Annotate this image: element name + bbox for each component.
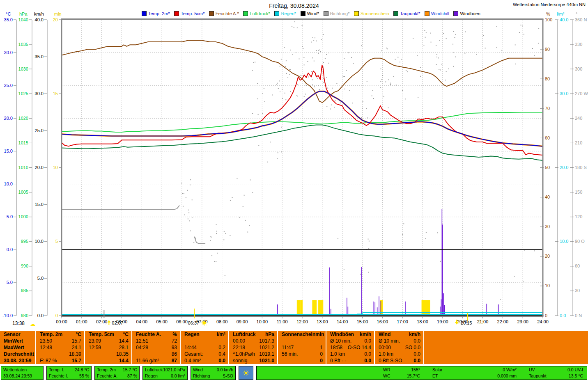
- tick-label: 20.0: [560, 165, 568, 170]
- x-tick-label: 24:00: [537, 319, 549, 324]
- stats-column-header: Temp. 2m°C: [36, 331, 84, 338]
- x-tick-label: 14:00: [337, 319, 348, 324]
- tick-label: 35.0: [35, 54, 44, 59]
- y-axis-l/m²: 40.030.020.010.00.0: [555, 17, 568, 318]
- sunrise-time: 06:37: [188, 320, 200, 325]
- tick-label: 1040: [18, 17, 28, 22]
- tick-label: 60: [545, 135, 550, 140]
- stats-column-header: Feuchte A.%: [132, 331, 180, 338]
- tick-label: 5: [55, 239, 58, 244]
- stats-filler: [424, 331, 588, 364]
- tick-label: 1030: [18, 66, 28, 71]
- stats-cell-row: 0 Bft - -0.0: [326, 357, 374, 364]
- tick-label: 0.0: [37, 313, 44, 318]
- x-tick-label: 22:00: [497, 319, 509, 324]
- tick-label: 100: [545, 17, 552, 22]
- stats-cell-row: 00:00SO 0.0: [375, 344, 423, 351]
- stats-cell-row: [278, 338, 326, 344]
- tick-label: 1020: [18, 116, 28, 121]
- tick-label: 5.0: [7, 214, 13, 219]
- stats-cell-row: F: 87 %15.7: [36, 357, 84, 364]
- stats-row-label: Sensor: [0, 331, 35, 338]
- status-box-2: Luftdruck1021.0 hPaRegen0.0 l/m²: [142, 366, 188, 380]
- y-axis-°C: 35.030.025.020.015.010.05.00.0-5.0-10.0: [2, 17, 16, 318]
- sun-icon: [201, 320, 207, 326]
- tick-label: 35.0: [4, 17, 13, 22]
- tick-label: 210: [575, 140, 582, 145]
- x-tick-label: 12:00: [296, 319, 308, 324]
- x-tick-label: 11:00: [277, 319, 288, 324]
- stats-column-header: Temp. 5cm°C: [85, 331, 131, 338]
- stats-column-header: Windkm/h: [375, 331, 423, 338]
- status-box-0: Temp. I.24.8 °CFeuchte I.55 %: [46, 366, 92, 380]
- tick-label: 30.0: [560, 91, 568, 96]
- up-arrow-icon: [107, 320, 110, 325]
- tick-label: 0: [55, 313, 58, 318]
- tick-label: 20.0: [35, 165, 44, 170]
- tick-label: 0 N: [575, 313, 582, 318]
- tick-label: 30: [545, 224, 550, 229]
- status-bar: Wetterdaten30.08.24 23:59Temp. I.24.8 °C…: [1, 366, 587, 380]
- daily-stats-table: SensorMinWertMaxWertDurchschnitt30.08. 2…: [0, 330, 588, 364]
- stats-row-label: Durchschnitt: [0, 351, 35, 357]
- tick-label: 30.0: [4, 50, 13, 55]
- tick-label: 985: [21, 288, 28, 293]
- series-richtung: [62, 206, 205, 244]
- x-tick-label: 16:00: [377, 319, 388, 324]
- tick-label: 15.0: [4, 149, 13, 153]
- stats-column-wind: Windkm/hØ 10 min.0.000:00SO 0.01.0 km0.0…: [375, 331, 424, 364]
- tick-label: -10.0: [2, 313, 13, 318]
- x-tick-label: 15:00: [357, 319, 368, 324]
- tick-label: 10: [545, 283, 550, 288]
- x-tick-label: 17:00: [397, 319, 408, 324]
- stats-cell-row: 18.39: [36, 351, 84, 357]
- tick-label: 20: [53, 17, 58, 22]
- wind-gust-spikes: [278, 209, 498, 315]
- stats-row-label: 30.08. 23:59: [0, 357, 35, 364]
- tick-label: 70: [545, 106, 550, 111]
- stats-cell-row: 1.0 km0.0: [326, 351, 374, 357]
- x-tick-label: 23:00: [517, 319, 528, 324]
- cloud-icon: ☁: [30, 320, 36, 327]
- x-tick-label: 01:00: [76, 319, 87, 324]
- stats-cell-row: Gesamt:0.4: [181, 351, 228, 357]
- tick-label: 1000: [18, 214, 28, 219]
- tick-label: 90: [545, 47, 550, 52]
- tick-label: 0.0: [7, 247, 13, 252]
- sunshine-bars: [297, 300, 430, 315]
- wind-direction-scatter: [181, 21, 539, 300]
- tick-label: 15.0: [35, 202, 44, 207]
- tick-label: 30: [575, 288, 580, 293]
- x-tick-label: 10:00: [257, 319, 268, 324]
- tick-label: 995: [21, 239, 28, 244]
- y-axis-°: 360 N330300270 W240210180 S15012090 O603…: [570, 17, 588, 318]
- sunset-time: 20:15: [461, 320, 472, 325]
- tick-label: 10.0: [35, 239, 44, 244]
- y-axis-km/h: 40.035.030.025.020.015.010.05.00.0: [35, 17, 47, 318]
- tick-label: 10.0: [4, 181, 13, 186]
- weather-symbol-box: ☀: [239, 366, 253, 380]
- sun-symbol-icon: ☀: [242, 369, 250, 377]
- tick-label: -5.0: [5, 280, 13, 285]
- tick-label: 80: [545, 76, 550, 81]
- stats-cell-row: sonnig1021.0: [229, 357, 277, 364]
- stats-column-temp-2m: Temp. 2m°C23:5015.712:4824.118.39F: 87 %…: [36, 331, 85, 364]
- weather-chart: 35.030.025.020.015.010.05.00.0-5.0-10.01…: [0, 0, 588, 329]
- stats-cell-row: 56 min.0: [278, 351, 326, 357]
- y-axis-min: 20151050: [53, 17, 62, 318]
- weather-station-page: Freitag, 30.08.2024 Wetterstation Nieder…: [0, 0, 588, 382]
- stats-column-regen: Regenl/m²14:440.2Gesamt:0.40.4 l/m²0.0: [181, 331, 229, 364]
- tick-label: 1005: [18, 190, 28, 194]
- series-taupunkt: [62, 125, 543, 160]
- tick-label: 25.0: [35, 128, 44, 133]
- x-tick-label: 08:00: [216, 319, 228, 324]
- stats-cell-row: 22:181021.2: [229, 344, 277, 351]
- tick-label: 40.0: [35, 17, 44, 22]
- x-tick-label: 04:00: [136, 319, 148, 324]
- tick-label: 40.0: [560, 17, 568, 22]
- y-axis-hPa: 1040103510301025102010151010100510009959…: [18, 17, 32, 318]
- stats-cell-row: 23:5015.7: [36, 338, 84, 344]
- stats-cell-row: 14.4: [85, 357, 131, 364]
- stats-cell-row: 00:001017.3: [229, 338, 277, 344]
- stats-column-luftdruck: LuftdruckhPa00:001017.322:181021.2^1.0hP…: [229, 331, 278, 364]
